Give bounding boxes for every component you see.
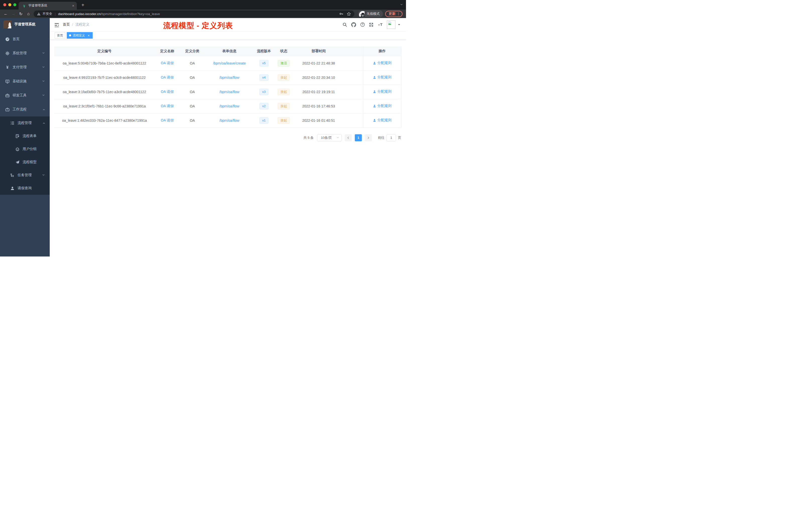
fullscreen-icon[interactable]	[369, 23, 373, 27]
cell-id: oa_leave:3:1fad3d93-7b75-11ec-a3c8-acde4…	[54, 85, 155, 99]
cell-form: /bpm/oa/flow	[205, 85, 254, 99]
prev-page-button[interactable]	[345, 134, 352, 141]
sidebar-item-label: 研发工具	[12, 93, 27, 98]
assign-rule-link[interactable]: 分配规则	[373, 75, 392, 80]
cell-filler	[344, 56, 363, 70]
home-icon[interactable]: ⌂	[25, 11, 32, 16]
sidebar-item-label: 支付管理	[12, 65, 27, 69]
status-tag: 挂起	[278, 117, 290, 124]
assign-rule-link[interactable]: 分配规则	[373, 118, 392, 122]
reload-icon[interactable]: ↻	[17, 11, 25, 16]
definition-id: oa_leave:4:991f2193-7b7f-11ec-a3c8-acde4…	[63, 76, 146, 80]
cell-id: oa_leave:2:3c1f0ef1-76b1-11ec-9c66-a2380…	[54, 99, 155, 113]
tab-close-icon[interactable]: ×	[72, 4, 74, 7]
chevron-down-icon	[42, 80, 45, 83]
goto-unit-label: 页	[398, 135, 401, 140]
sidebar-item-流程表单[interactable]: 流程表单	[0, 129, 50, 143]
flow-icon	[10, 173, 14, 177]
cell-status: 挂起	[274, 85, 293, 99]
url-path: /bpm/manager/definition?key=oa_leave	[101, 12, 336, 16]
definition-name-link[interactable]: OA 请假	[161, 90, 174, 94]
forward-arrow-icon[interactable]: →	[9, 11, 17, 16]
sidebar-item-label: 流程表单	[23, 134, 37, 138]
sidebar-item-用户分组[interactable]: 用户分组	[0, 143, 50, 156]
cell-name: OA 请假	[155, 70, 180, 85]
cell-filler	[344, 70, 363, 85]
user-avatar[interactable]	[387, 20, 396, 29]
next-page-button[interactable]	[365, 134, 372, 141]
definition-name-link[interactable]: OA 请假	[161, 61, 174, 65]
chevron-down-icon	[42, 94, 45, 97]
sidebar-item-工作流程[interactable]: 工作流程	[0, 102, 50, 117]
page-1-button[interactable]: 1	[355, 134, 362, 141]
definition-category: OA	[190, 104, 195, 108]
form-link[interactable]: /bpm/oa/leave/create	[213, 61, 246, 65]
cell-actions: 分配规则	[363, 113, 401, 127]
cell-version: v1	[254, 113, 274, 127]
security-label[interactable]: 不安全	[42, 11, 52, 16]
view-tag-流程定义[interactable]: 流程定义×	[67, 32, 93, 39]
svg-text:T: T	[378, 24, 380, 26]
bookmark-star-icon[interactable]	[347, 12, 351, 16]
version-tag: v1	[259, 117, 268, 124]
window-minimize-button[interactable]	[8, 3, 11, 6]
window-zoom-button[interactable]	[13, 3, 16, 6]
sidebar-item-首页[interactable]: 首页	[0, 32, 50, 46]
sidebar-item-流程管理[interactable]: 流程管理	[0, 117, 50, 129]
tag-close-icon[interactable]: ×	[87, 34, 90, 37]
github-icon[interactable]	[351, 22, 356, 27]
sidebar-item-支付管理[interactable]: ¥支付管理	[0, 60, 50, 74]
window-close-button[interactable]	[3, 3, 6, 6]
tags-view-bar: 首页流程定义×	[50, 31, 406, 40]
search-icon[interactable]	[343, 22, 347, 27]
breadcrumb-home[interactable]: 首页	[63, 22, 70, 27]
new-tab-button[interactable]: +	[79, 1, 86, 8]
sidebar-toggle-hamburger-icon[interactable]	[54, 22, 59, 27]
sidebar-item-研发工具[interactable]: 研发工具	[0, 88, 50, 102]
assign-rule-link[interactable]: 分配规则	[373, 89, 392, 94]
sidebar-item-label: 任务管理	[18, 173, 32, 177]
browser-tab[interactable]: 芋道管理系统 ×	[19, 2, 77, 9]
sidebar-item-流程模型[interactable]: 流程模型	[0, 156, 50, 169]
send-icon	[15, 160, 20, 164]
form-link[interactable]: /bpm/oa/flow	[220, 76, 239, 80]
goto-page-input[interactable]: 1	[386, 134, 396, 141]
definition-name-link[interactable]: OA 请假	[161, 104, 174, 108]
tab-search-chevron-icon[interactable]	[400, 3, 403, 6]
definition-name-link[interactable]: OA 请假	[161, 118, 174, 122]
back-arrow-icon[interactable]: ←	[2, 11, 9, 16]
assign-rule-link[interactable]: 分配规则	[373, 104, 392, 108]
sidebar-logo[interactable]: 芋道管理系统	[0, 18, 50, 31]
sprout-favicon-icon	[22, 4, 26, 8]
sidebar-item-基础设施[interactable]: 基础设施	[0, 74, 50, 88]
browser-menu-kebab-icon[interactable]	[397, 12, 400, 16]
sidebar-item-请假查询[interactable]: 请假查询	[0, 182, 50, 195]
deploy-time: 2022-01-22 19:19:11	[302, 90, 335, 94]
key-icon[interactable]	[339, 12, 343, 16]
page-size-select[interactable]: 10条/页	[317, 134, 342, 141]
definition-name-link[interactable]: OA 请假	[161, 75, 174, 79]
avatar-caret-down-icon[interactable]	[398, 23, 401, 26]
app-title: 芋道管理系统	[14, 22, 35, 27]
cell-version: v2	[254, 99, 274, 113]
page-size-value: 10条/页	[321, 135, 332, 140]
cell-id: oa_leave:5:004b710b-7b8a-11ec-8ef0-acde4…	[54, 56, 155, 70]
yuan-icon: ¥	[5, 65, 9, 69]
help-icon[interactable]: ?	[360, 22, 365, 27]
cell-version: v4	[254, 70, 274, 85]
assign-rule-link[interactable]: 分配规则	[373, 61, 392, 65]
form-link[interactable]: /bpm/oa/flow	[220, 90, 239, 94]
sidebar-item-任务管理[interactable]: 任务管理	[0, 169, 50, 182]
chrome-update-button[interactable]: 更新	[385, 11, 403, 17]
cell-category: OA	[180, 56, 205, 70]
url-bar[interactable]: 不安全 | dashboard.yudao.iocoder.cn /bpm/ma…	[34, 10, 354, 17]
form-link[interactable]: /bpm/oa/flow	[220, 118, 239, 122]
view-tag-首页[interactable]: 首页	[55, 32, 65, 39]
table-row: oa_leave:5:004b710b-7b8a-11ec-8ef0-acde4…	[54, 56, 401, 70]
font-size-icon[interactable]: TT	[378, 23, 383, 27]
chevron-down-icon	[42, 66, 45, 69]
sidebar-item-系统管理[interactable]: 系统管理	[0, 46, 50, 60]
deploy-time: 2022-01-16 01:40:51	[302, 118, 335, 122]
form-link[interactable]: /bpm/oa/flow	[220, 104, 239, 108]
sidebar: 芋道管理系统 首页系统管理¥支付管理基础设施研发工具工作流程流程管理流程表单用户…	[0, 18, 50, 256]
